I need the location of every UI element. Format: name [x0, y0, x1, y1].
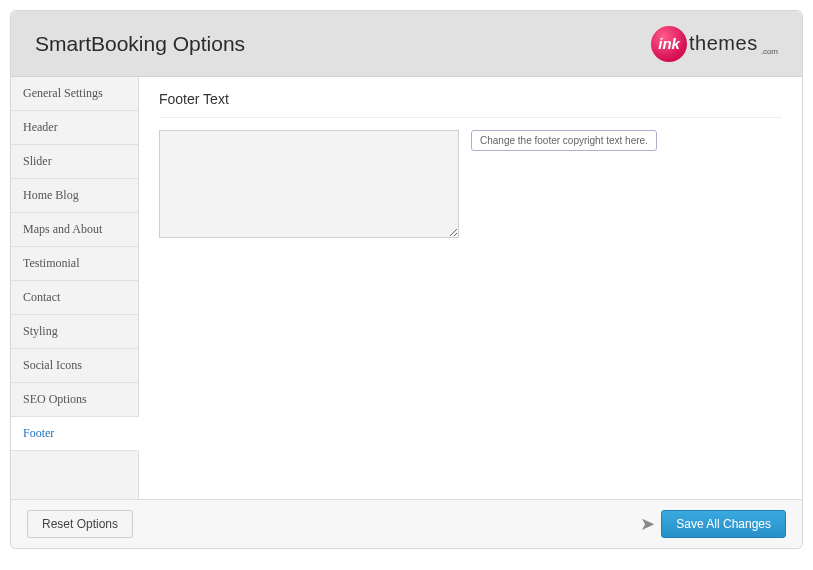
panel-header: SmartBooking Options ink themes .com: [11, 11, 802, 77]
footer-text-row: Change the footer copyright text here.: [159, 130, 782, 238]
sidebar-item-header[interactable]: Header: [11, 111, 138, 145]
footer-text-input[interactable]: [159, 130, 459, 238]
page-title: SmartBooking Options: [35, 32, 245, 56]
options-panel: SmartBooking Options ink themes .com Gen…: [10, 10, 803, 549]
sidebar-item-styling[interactable]: Styling: [11, 315, 138, 349]
logo-ball-text: ink: [658, 35, 680, 52]
sidebar-item-footer[interactable]: Footer: [11, 417, 139, 451]
content-area: Footer Text Change the footer copyright …: [139, 77, 802, 499]
sidebar-item-home-blog[interactable]: Home Blog: [11, 179, 138, 213]
sidebar-item-social-icons[interactable]: Social Icons: [11, 349, 138, 383]
brand-logo: ink themes .com: [651, 26, 778, 62]
footer-bar: Reset Options ➤ Save All Changes: [11, 499, 802, 548]
sidebar-item-seo-options[interactable]: SEO Options: [11, 383, 138, 417]
field-hint: Change the footer copyright text here.: [471, 130, 657, 151]
logo-suffix: .com: [761, 47, 778, 56]
reset-options-button[interactable]: Reset Options: [27, 510, 133, 538]
sidebar-item-testimonial[interactable]: Testimonial: [11, 247, 138, 281]
panel-body: General SettingsHeaderSliderHome BlogMap…: [11, 77, 802, 499]
sidebar-item-general-settings[interactable]: General Settings: [11, 77, 138, 111]
logo-word: themes: [689, 32, 758, 55]
arrow-right-icon: ➤: [640, 515, 655, 533]
sidebar: General SettingsHeaderSliderHome BlogMap…: [11, 77, 139, 499]
sidebar-item-maps-and-about[interactable]: Maps and About: [11, 213, 138, 247]
save-group: ➤ Save All Changes: [640, 510, 786, 538]
logo-ball-icon: ink: [651, 26, 687, 62]
sidebar-item-contact[interactable]: Contact: [11, 281, 138, 315]
save-all-changes-button[interactable]: Save All Changes: [661, 510, 786, 538]
section-title: Footer Text: [159, 91, 782, 118]
sidebar-item-slider[interactable]: Slider: [11, 145, 138, 179]
